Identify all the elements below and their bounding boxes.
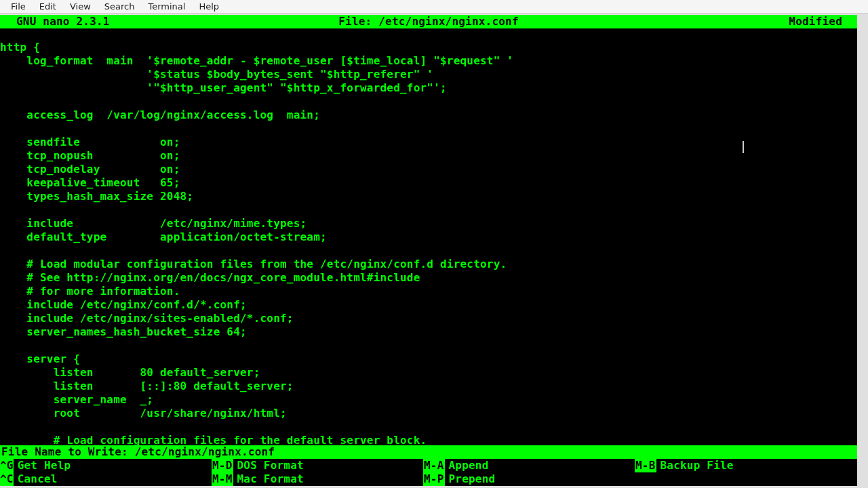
shortcut-item: ^GGet Help (0, 459, 212, 472)
menu-terminal[interactable]: Terminal (141, 0, 192, 13)
shortcut-label: DOS Format (233, 459, 304, 472)
shortcut-item: M-DDOS Format (212, 459, 423, 472)
shortcut-key: M-B (635, 459, 656, 472)
editor-line[interactable]: listen 80 default_server; (0, 366, 857, 380)
nano-shortcut-bar: ^GGet HelpM-DDOS FormatM-AAppendM-BBacku… (0, 459, 857, 486)
editor-line[interactable]: root /usr/share/nginx/html; (0, 407, 857, 420)
shortcut-key: M-P (423, 472, 445, 486)
shortcut-item: M-BBackup File (635, 459, 846, 472)
shortcut-label: Prepend (445, 472, 496, 486)
shortcut-item (635, 472, 846, 486)
editor-line[interactable]: # Load modular configuration files from … (0, 258, 857, 271)
nano-titlebar: GNU nano 2.3.1 File: /etc/nginx/nginx.co… (0, 15, 857, 28)
editor-line[interactable]: # See http://nginx.org/en/docs/ngx_core_… (0, 271, 857, 285)
nano-version: GNU nano 2.3.1 (0, 15, 110, 28)
editor-line[interactable] (0, 203, 857, 217)
menu-view[interactable]: View (63, 0, 98, 13)
editor-line[interactable]: tcp_nodelay on; (0, 163, 857, 176)
shortcut-item: ^CCancel (0, 472, 212, 486)
editor-line[interactable]: default_type application/octet-stream; (0, 230, 857, 244)
nano-filename: File: /etc/nginx/nginx.conf (338, 15, 519, 28)
editor-line[interactable] (0, 95, 857, 108)
shortcut-key: M-D (212, 459, 233, 472)
editor-line[interactable] (0, 420, 857, 434)
shortcut-label: Get Help (14, 459, 71, 472)
editor-line[interactable]: server_names_hash_bucket_size 64; (0, 325, 857, 339)
editor-line[interactable]: sendfile on; (0, 136, 857, 149)
editor-line[interactable]: # for more information. (0, 285, 857, 298)
menu-search[interactable]: Search (98, 0, 142, 13)
menu-file[interactable]: File (4, 0, 33, 13)
editor-line[interactable]: keepalive_timeout 65; (0, 176, 857, 190)
nano-modified-status: Modified (789, 15, 842, 28)
text-cursor (743, 141, 744, 153)
editor-line[interactable]: server_name _; (0, 393, 857, 407)
editor-line[interactable]: tcp_nopush on; (0, 149, 857, 163)
shortcut-item: M-MMac Format (212, 472, 423, 486)
shortcut-item: M-PPrepend (423, 472, 635, 486)
editor-line[interactable]: include /etc/nginx/sites-enabled/*.conf; (0, 312, 857, 325)
menu-edit[interactable]: Edit (33, 0, 63, 13)
editor-content[interactable]: http { log_format main '$remote_addr - $… (0, 28, 857, 447)
shortcut-key: ^C (0, 472, 14, 486)
editor-line[interactable] (0, 244, 857, 258)
shortcut-item: M-AAppend (423, 459, 635, 472)
editor-line[interactable]: '"$http_user_agent" "$http_x_forwarded_f… (0, 81, 857, 95)
editor-line[interactable]: log_format main '$remote_addr - $remote_… (0, 54, 857, 68)
shortcut-label: Mac Format (233, 472, 304, 486)
editor-line[interactable]: access_log /var/log/nginx/access.log mai… (0, 108, 857, 122)
editor-line[interactable]: include /etc/nginx/conf.d/*.conf; (0, 298, 857, 312)
editor-line[interactable]: listen [::]:80 default_server; (0, 380, 857, 393)
window-menubar: File Edit View Search Terminal Help (0, 0, 868, 14)
filename-prompt[interactable]: File Name to Write: /etc/nginx/nginx.con… (0, 445, 857, 459)
shortcut-key: M-A (423, 459, 445, 472)
editor-line[interactable]: server { (0, 352, 857, 366)
menu-help[interactable]: Help (192, 0, 226, 13)
shortcut-label: Cancel (14, 472, 58, 486)
terminal[interactable]: GNU nano 2.3.1 File: /etc/nginx/nginx.co… (0, 15, 857, 486)
editor-line[interactable]: http { (0, 41, 857, 54)
editor-line[interactable]: '$status $body_bytes_sent "$http_referer… (0, 68, 857, 81)
editor-line[interactable]: types_hash_max_size 2048; (0, 190, 857, 203)
editor-line[interactable]: include /etc/nginx/mime.types; (0, 217, 857, 230)
shortcut-key: ^G (0, 459, 14, 472)
prompt-text: File Name to Write: /etc/nginx/nginx.con… (0, 445, 276, 459)
shortcut-label: Backup File (656, 459, 734, 472)
shortcut-label: Append (445, 459, 489, 472)
editor-line[interactable] (0, 122, 857, 136)
shortcut-key: M-M (212, 472, 233, 486)
editor-line[interactable] (0, 339, 857, 352)
